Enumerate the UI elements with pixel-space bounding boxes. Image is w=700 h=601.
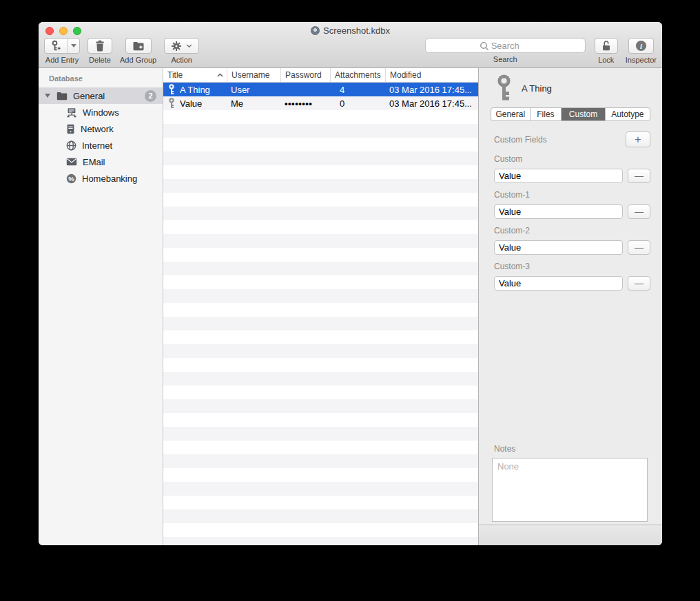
- minus-icon: —: [635, 171, 644, 181]
- cell-modified: 03 Mar 2016 17:45...: [385, 98, 478, 109]
- table-row[interactable]: A Thing User 4 03 Mar 2016 17:45...: [163, 83, 478, 96]
- toolbar-right: Search Lock i Inspector: [425, 38, 657, 64]
- sidebar-item-email[interactable]: EMail: [39, 154, 163, 170]
- toolbar-item-inspector: i Inspector: [626, 38, 657, 64]
- column-header-attachments[interactable]: Attachments: [330, 68, 385, 82]
- add-group-button[interactable]: [125, 38, 152, 54]
- column-header-username[interactable]: Username: [227, 68, 280, 82]
- workgroup-icon: [66, 107, 77, 118]
- custom-field: Custom-3 —: [494, 262, 650, 291]
- remove-custom-field-button[interactable]: —: [628, 204, 650, 219]
- entry-table: Title Username Password Attachments Modi…: [163, 68, 479, 545]
- document-icon: [311, 26, 320, 35]
- table-empty-area[interactable]: [163, 110, 478, 545]
- custom-fields-bar: Custom Fields +: [494, 131, 650, 147]
- lock-button[interactable]: [595, 38, 618, 54]
- sidebar-item-label: Internet: [82, 140, 112, 151]
- action-button[interactable]: [164, 38, 199, 54]
- disclosure-triangle-icon[interactable]: [45, 94, 50, 98]
- custom-fields-label: Custom Fields: [494, 135, 547, 145]
- window-title-text: Screenshot.kdbx: [323, 25, 390, 36]
- sidebar-item-label: Network: [81, 124, 114, 134]
- minus-icon: —: [635, 278, 644, 288]
- sidebar-item-homebanking[interactable]: % Homebanking: [39, 170, 163, 187]
- add-entry-label: Add Entry: [45, 56, 79, 64]
- cell-title: Value: [180, 98, 202, 109]
- svg-text:%: %: [68, 174, 74, 182]
- notes-section: Notes: [479, 444, 662, 522]
- add-entry-button[interactable]: [44, 38, 80, 54]
- sidebar-section-header: Database: [39, 68, 163, 87]
- column-header-password[interactable]: Password: [280, 68, 330, 82]
- key-plus-icon[interactable]: [45, 39, 68, 53]
- app-window: Screenshot.kdbx Add Entry Delete: [39, 22, 662, 545]
- custom-field-input[interactable]: [494, 276, 623, 291]
- entry-count-badge: 2: [145, 90, 156, 102]
- column-header-modified[interactable]: Modified: [385, 68, 478, 82]
- search-icon: [480, 41, 489, 51]
- search-input[interactable]: [426, 39, 585, 52]
- notes-textarea[interactable]: [492, 458, 648, 522]
- tab-autotype[interactable]: Autotype: [605, 108, 650, 120]
- inspector-tabs: General Files Custom Autotype: [491, 107, 650, 121]
- custom-field: Custom-2 —: [494, 226, 650, 255]
- tab-custom[interactable]: Custom: [561, 108, 604, 120]
- search-label: Search: [493, 55, 517, 63]
- custom-field-input[interactable]: [494, 204, 623, 219]
- tab-general[interactable]: General: [491, 108, 530, 120]
- action-label: Action: [171, 56, 192, 64]
- inspector-button[interactable]: i: [628, 38, 654, 54]
- table-row[interactable]: Value Me •••••••• 0 03 Mar 2016 17:45...: [163, 96, 478, 110]
- sidebar-item-general[interactable]: General 2: [39, 87, 163, 104]
- delete-button[interactable]: [88, 38, 112, 54]
- table-header: Title Username Password Attachments Modi…: [163, 68, 478, 83]
- toolbar-item-search: Search: [425, 38, 586, 63]
- tab-files[interactable]: Files: [530, 108, 562, 120]
- trash-icon: [94, 40, 105, 52]
- inspector-footer-bar: [479, 525, 662, 545]
- minus-icon: —: [635, 242, 644, 253]
- main-content: Database General 2 Windows Network Inter…: [39, 68, 662, 545]
- remove-custom-field-button[interactable]: —: [628, 276, 650, 291]
- notes-label: Notes: [494, 444, 662, 454]
- key-icon: [168, 98, 175, 109]
- gear-icon: [171, 41, 182, 52]
- custom-field-input[interactable]: [494, 169, 623, 183]
- key-icon: [168, 84, 175, 95]
- custom-field-input[interactable]: [494, 240, 623, 255]
- sidebar-item-internet[interactable]: Internet: [39, 137, 163, 154]
- plus-icon: +: [635, 134, 641, 146]
- inspector-entry-header: A Thing: [479, 68, 662, 103]
- folder-icon: [56, 92, 68, 101]
- add-group-label: Add Group: [120, 56, 156, 64]
- add-entry-dropdown[interactable]: [68, 39, 79, 53]
- window-header: Screenshot.kdbx Add Entry Delete: [39, 22, 662, 68]
- chevron-down-icon: [71, 44, 76, 48]
- cell-title: A Thing: [180, 85, 210, 95]
- cell-username: Me: [227, 98, 280, 109]
- lock-label: Lock: [598, 56, 614, 64]
- chevron-down-icon: [186, 43, 192, 48]
- sidebar-item-label: Windows: [83, 107, 119, 118]
- toolbar-item-lock: Lock: [595, 38, 618, 64]
- toolbar-item-add-entry: Add Entry: [44, 38, 80, 64]
- lock-open-icon: [601, 40, 611, 52]
- sidebar-item-label: Homebanking: [82, 173, 137, 184]
- globe-icon: [66, 140, 76, 151]
- folder-plus-icon: [132, 41, 145, 52]
- toolbar-item-add-group: Add Group: [120, 38, 156, 64]
- sidebar-item-network[interactable]: Network: [39, 120, 163, 137]
- custom-field-label: Custom-1: [494, 190, 650, 200]
- remove-custom-field-button[interactable]: —: [628, 169, 650, 183]
- remove-custom-field-button[interactable]: —: [628, 240, 650, 255]
- sidebar: Database General 2 Windows Network Inter…: [39, 68, 163, 545]
- toolbar: Add Entry Delete Add Group Action: [44, 38, 657, 67]
- custom-field-label: Custom-2: [494, 226, 650, 235]
- add-custom-field-button[interactable]: +: [626, 131, 650, 147]
- search-field[interactable]: [425, 38, 586, 53]
- custom-field: Custom-1 —: [494, 190, 650, 219]
- column-header-title[interactable]: Title: [163, 68, 227, 82]
- sidebar-item-windows[interactable]: Windows: [39, 104, 163, 120]
- cell-username: User: [227, 85, 280, 95]
- minus-icon: —: [635, 207, 644, 217]
